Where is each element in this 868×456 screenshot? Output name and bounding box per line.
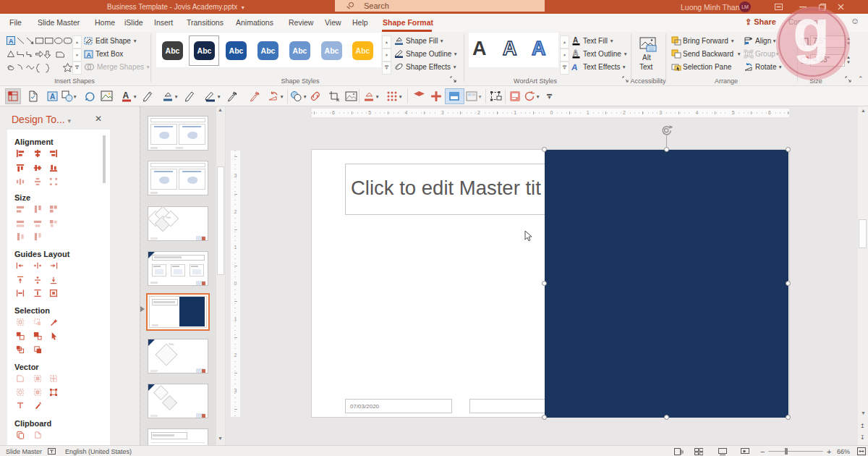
svg-text:A: A [573,49,578,57]
svg-text:A: A [86,51,91,59]
svg-text:A: A [573,36,578,44]
svg-text:A: A [9,38,14,45]
svg-text:A: A [50,93,55,101]
svg-text:A: A [123,90,129,101]
svg-text:A: A [571,62,579,72]
